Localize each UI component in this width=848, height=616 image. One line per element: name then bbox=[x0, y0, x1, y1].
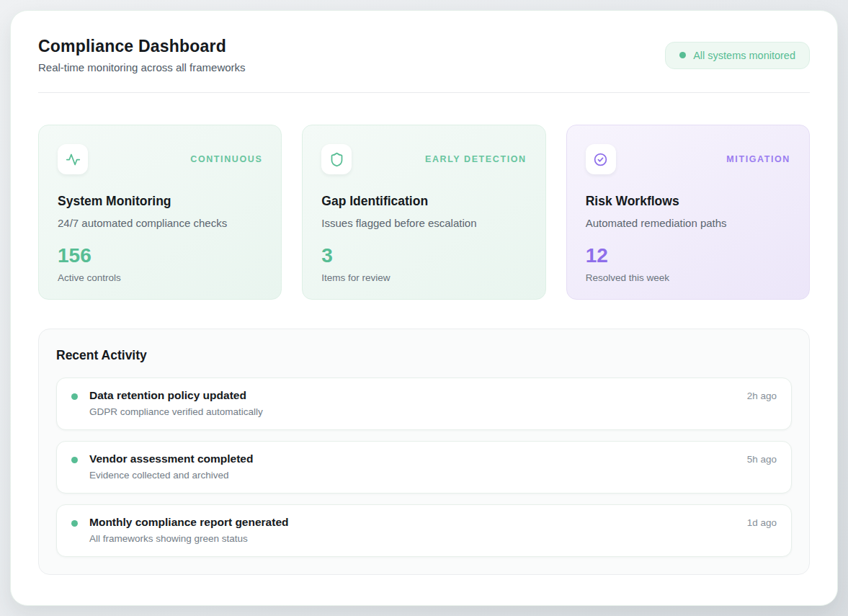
card-risk-workflows[interactable]: MITIGATION Risk Workflows Automated reme… bbox=[566, 125, 810, 300]
recent-activity-heading: Recent Activity bbox=[56, 348, 792, 363]
activity-icon bbox=[58, 144, 88, 174]
header: Compliance Dashboard Real-time monitorin… bbox=[38, 37, 810, 73]
metric-cards: CONTINUOUS System Monitoring 24/7 automa… bbox=[38, 125, 810, 300]
activity-dot-icon bbox=[71, 457, 78, 463]
card-metric-label: Resolved this week bbox=[586, 272, 790, 283]
status-badge-label: All systems monitored bbox=[693, 50, 795, 61]
status-dot-icon bbox=[679, 52, 686, 58]
activity-text: Data retention policy updated GDPR compl… bbox=[89, 389, 263, 417]
header-text: Compliance Dashboard Real-time monitorin… bbox=[38, 37, 246, 73]
status-badge: All systems monitored bbox=[665, 42, 810, 69]
dashboard-container: Compliance Dashboard Real-time monitorin… bbox=[10, 10, 838, 606]
card-title: System Monitoring bbox=[58, 194, 262, 209]
activity-subtitle: GDPR compliance verified automatically bbox=[89, 406, 263, 417]
card-metric-label: Items for review bbox=[321, 272, 526, 283]
activity-text: Vendor assessment completed Evidence col… bbox=[89, 452, 253, 481]
activity-title: Monthly compliance report generated bbox=[89, 516, 288, 529]
activity-dot-icon bbox=[71, 393, 78, 400]
card-title: Gap Identification bbox=[321, 194, 526, 209]
activity-timestamp: 2h ago bbox=[747, 389, 777, 401]
activity-item[interactable]: Monthly compliance report generated All … bbox=[56, 504, 792, 557]
card-top-row: EARLY DETECTION bbox=[321, 144, 526, 174]
page-subtitle: Real-time monitoring across all framewor… bbox=[38, 61, 246, 73]
card-system-monitoring[interactable]: CONTINUOUS System Monitoring 24/7 automa… bbox=[38, 125, 282, 300]
card-metric-value: 12 bbox=[586, 244, 790, 267]
activity-text: Monthly compliance report generated All … bbox=[89, 516, 288, 544]
card-metric-value: 3 bbox=[321, 244, 526, 267]
activity-list: Data retention policy updated GDPR compl… bbox=[56, 378, 792, 557]
card-description: 24/7 automated compliance checks bbox=[58, 217, 262, 229]
header-divider bbox=[38, 92, 810, 93]
card-tag: MITIGATION bbox=[726, 154, 790, 164]
circle-check-icon bbox=[586, 144, 616, 174]
activity-timestamp: 5h ago bbox=[747, 452, 777, 465]
card-metric-value: 156 bbox=[58, 244, 262, 267]
card-metric-label: Active controls bbox=[58, 272, 262, 283]
recent-activity-panel: Recent Activity Data retention policy up… bbox=[38, 329, 810, 575]
activity-title: Vendor assessment completed bbox=[89, 452, 253, 465]
card-gap-identification[interactable]: EARLY DETECTION Gap Identification Issue… bbox=[302, 125, 545, 300]
card-top-row: CONTINUOUS bbox=[58, 144, 262, 174]
activity-dot-icon bbox=[71, 520, 78, 527]
activity-item[interactable]: Vendor assessment completed Evidence col… bbox=[56, 441, 792, 494]
page-title: Compliance Dashboard bbox=[38, 37, 246, 56]
card-title: Risk Workflows bbox=[586, 194, 790, 209]
activity-title: Data retention policy updated bbox=[89, 389, 263, 402]
card-description: Issues flagged before escalation bbox=[321, 217, 526, 229]
card-top-row: MITIGATION bbox=[586, 144, 790, 174]
activity-timestamp: 1d ago bbox=[747, 516, 777, 528]
activity-item[interactable]: Data retention policy updated GDPR compl… bbox=[56, 378, 792, 430]
activity-subtitle: Evidence collected and archived bbox=[89, 470, 253, 481]
activity-subtitle: All frameworks showing green status bbox=[89, 533, 288, 544]
card-tag: CONTINUOUS bbox=[190, 154, 262, 164]
shield-icon bbox=[321, 144, 352, 174]
card-tag: EARLY DETECTION bbox=[425, 154, 527, 164]
card-description: Automated remediation paths bbox=[586, 217, 790, 229]
